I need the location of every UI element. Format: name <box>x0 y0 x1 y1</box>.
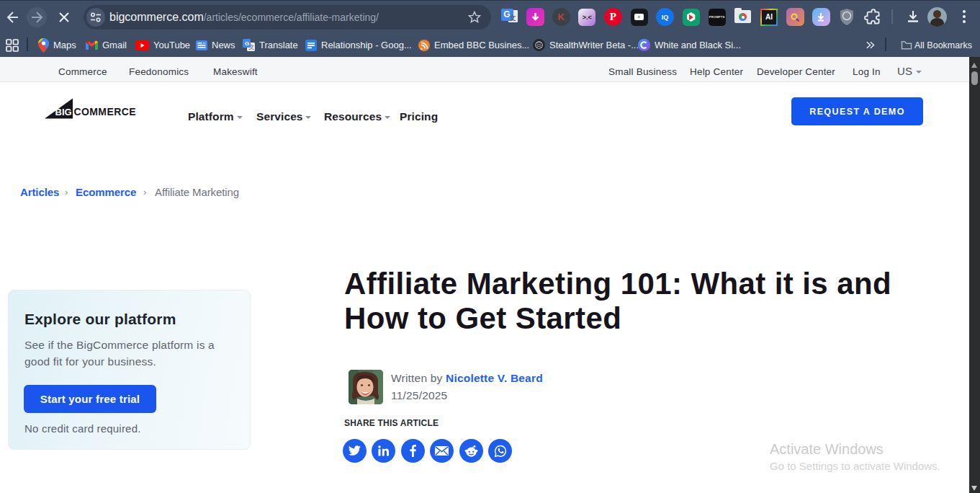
svg-text:BIG: BIG <box>55 107 72 117</box>
svg-text:COMMERCE: COMMERCE <box>74 106 136 117</box>
svg-text:G: G <box>245 40 249 47</box>
